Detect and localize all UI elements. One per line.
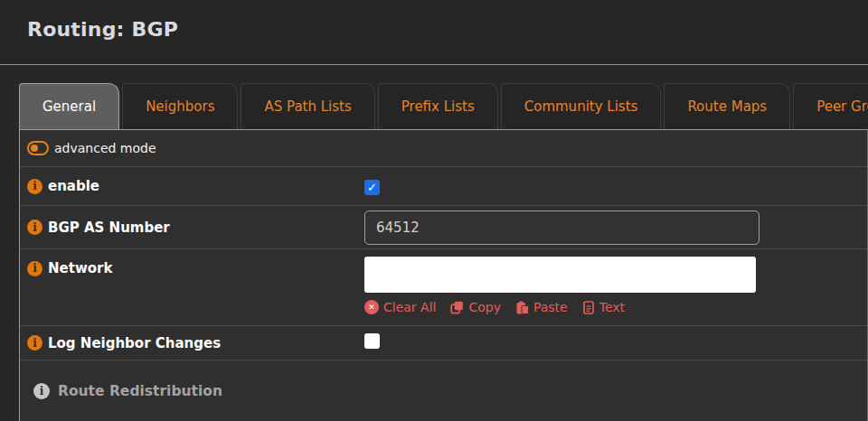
tab-prefix-lists[interactable]: Prefix Lists — [378, 83, 498, 129]
log-label-cell: Log Neighbor Changes — [27, 335, 364, 351]
form-row-enable: enable — [20, 167, 867, 206]
bgp-as-number-label: BGP AS Number — [48, 220, 170, 236]
form-row-network: Network Clear All Copy — [20, 249, 867, 326]
enable-label-cell: enable — [27, 178, 364, 194]
route-redistribution-section-header: Route Redistribution — [20, 360, 867, 399]
info-icon — [33, 383, 50, 399]
tab-content-panel: advanced mode enable BGP AS Number Netwo… — [19, 129, 868, 421]
form-row-log-neighbor-changes: Log Neighbor Changes — [20, 326, 867, 360]
tab-peer-groups[interactable]: Peer Groups — [793, 83, 868, 129]
tab-neighbors[interactable]: Neighbors — [122, 83, 238, 129]
advanced-mode-toggle-row[interactable]: advanced mode — [20, 130, 867, 167]
copy-button[interactable]: Copy — [450, 300, 501, 314]
form-row-bgp-as-number: BGP AS Number — [20, 206, 867, 249]
info-icon[interactable] — [27, 179, 42, 194]
log-neighbor-changes-checkbox[interactable] — [364, 333, 380, 349]
tab-general[interactable]: General — [19, 83, 119, 129]
info-icon[interactable] — [27, 335, 42, 351]
clear-all-button[interactable]: Clear All — [364, 300, 436, 314]
tab-bar: General Neighbors AS Path Lists Prefix L… — [19, 83, 868, 129]
page-title: Routing: BGP — [27, 18, 868, 41]
network-control-cell: Clear All Copy Paste — [364, 257, 867, 314]
bgp-as-number-input[interactable] — [364, 210, 760, 245]
file-text-icon — [582, 301, 595, 314]
text-label: Text — [599, 300, 625, 314]
header-divider — [0, 64, 868, 65]
paste-button[interactable]: Paste — [515, 300, 568, 314]
asn-control-cell — [364, 210, 867, 245]
copy-icon — [450, 301, 464, 314]
info-icon[interactable] — [27, 220, 42, 235]
circle-x-icon — [364, 300, 379, 314]
enable-control-cell — [364, 178, 867, 195]
copy-label: Copy — [468, 300, 501, 314]
asn-label-cell: BGP AS Number — [27, 220, 364, 236]
network-actions: Clear All Copy Paste — [364, 300, 867, 314]
paste-label: Paste — [533, 300, 568, 314]
page-header: Routing: BGP — [0, 0, 868, 64]
route-redistribution-label: Route Redistribution — [58, 383, 222, 399]
log-neighbor-changes-label: Log Neighbor Changes — [48, 335, 221, 351]
enable-label: enable — [48, 178, 99, 194]
info-icon[interactable] — [27, 261, 42, 276]
paste-icon — [515, 301, 529, 314]
network-input[interactable] — [364, 257, 756, 293]
advanced-mode-label: advanced mode — [54, 141, 156, 155]
log-control-cell — [364, 333, 867, 352]
clear-all-label: Clear All — [383, 300, 436, 314]
tab-community-lists[interactable]: Community Lists — [501, 83, 662, 129]
text-button[interactable]: Text — [582, 300, 625, 314]
toggle-off-icon[interactable] — [27, 141, 49, 155]
tab-route-maps[interactable]: Route Maps — [664, 83, 790, 129]
network-label: Network — [48, 260, 112, 276]
enable-checkbox[interactable] — [364, 180, 380, 195]
tab-as-path-lists[interactable]: AS Path Lists — [241, 83, 374, 129]
network-label-cell: Network — [27, 260, 364, 276]
